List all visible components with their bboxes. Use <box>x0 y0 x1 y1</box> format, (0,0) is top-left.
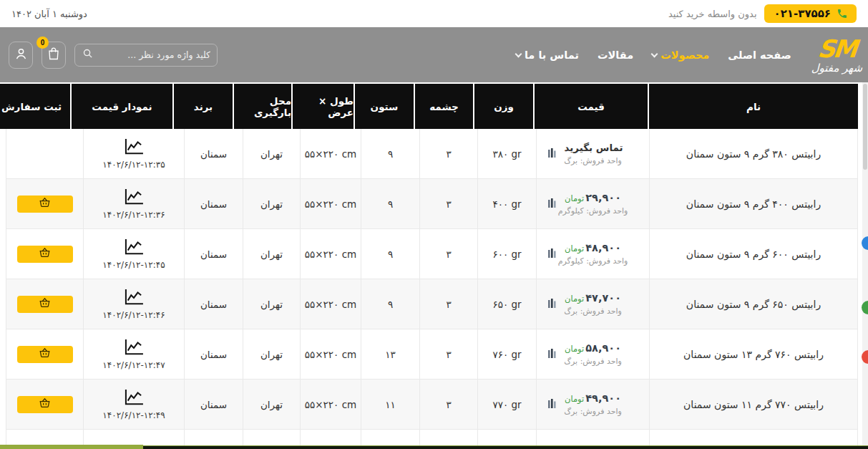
price-chart-cell: ۱۴۰۲/۶/۱۲-۱۲:۴۶ <box>83 279 184 329</box>
search-input[interactable] <box>99 49 210 60</box>
col-header-price-chart: نمودار قیمت <box>72 84 172 129</box>
table-row: رابیتس ۷۶۰ گرم ۱۳ ستون سمنان ۵۸,۹۰۰ توما… <box>6 329 858 380</box>
add-to-cart-button[interactable] <box>17 396 73 413</box>
price-chart-cell: ۱۴۰۲/۶/۱۲-۱۲:۴۹ <box>83 380 184 429</box>
price-cell: تماس بگیرید واحد فروش: برگ <box>536 129 649 178</box>
phone-badge[interactable]: ۰۲۱-۳۷۵۵۶ <box>764 4 857 23</box>
size-value: ۵۵×۲۲۰ cm <box>300 229 361 279</box>
mesh-value: ۳ <box>419 380 477 429</box>
mesh-value: ۳ <box>419 329 477 379</box>
line-chart-icon <box>124 389 144 408</box>
basket-icon <box>39 348 50 360</box>
phone-group: ۰۲۱-۳۷۵۵۶ بدون واسطه خرید کنید <box>668 4 857 23</box>
price-value: ۴۸,۹۰۰ <box>585 242 621 254</box>
bottom-strip-dark <box>143 445 868 449</box>
add-to-cart-button[interactable] <box>17 296 73 313</box>
price-bars-icon[interactable] <box>548 148 556 160</box>
col-header-size: طول × عرض <box>293 84 353 129</box>
product-name: رابیتس ۳۸۰ گرم ۹ ستون سمنان <box>649 129 858 178</box>
scrollbar-thumb[interactable] <box>863 84 867 170</box>
header-left-group: 0 <box>9 42 218 69</box>
price-cell: ۲۹,۹۰۰ تومان واحد فروش: کیلوگرم <box>536 179 649 228</box>
brand-value: سمنان <box>184 229 243 279</box>
weight-value: ۴۰۰ gr <box>477 179 536 228</box>
price-cell: ۴۹,۹۰۰ تومان واحد فروش: برگ <box>536 380 649 429</box>
price-currency: تومان <box>565 344 584 354</box>
table-row: رابیتس ۶۵۰ گرم ۹ ستون سمنان ۴۷,۷۰۰ تومان… <box>6 279 858 329</box>
order-cell <box>6 179 83 228</box>
table-row: رابیتس ۴۰۰ گرم ۹ ستون سمنان ۲۹,۹۰۰ تومان… <box>6 179 858 229</box>
mesh-value: ۳ <box>419 279 477 329</box>
price-cell: ۴۷,۷۰۰ تومان واحد فروش: برگ <box>536 279 649 329</box>
col-header-price: قیمت <box>535 84 648 129</box>
nav-item-contact[interactable]: تماس با ما <box>516 49 579 61</box>
add-to-cart-button[interactable] <box>17 346 73 363</box>
bottom-strip <box>0 445 868 449</box>
loading-place-value: تهران <box>243 380 300 429</box>
col-header-name: نام <box>649 84 858 129</box>
price-bars-icon[interactable] <box>548 349 556 360</box>
price-chart-link[interactable]: ۱۴۰۲/۶/۱۲-۱۲:۳۵ <box>102 138 165 170</box>
price-chart-date: ۱۴۰۲/۶/۱۲-۱۲:۴۹ <box>102 410 165 420</box>
account-button[interactable] <box>9 42 33 69</box>
loading-place-value: تهران <box>243 229 300 279</box>
line-chart-icon <box>124 289 144 308</box>
add-to-cart-button[interactable] <box>17 195 73 213</box>
price-value: ۴۷,۷۰۰ <box>585 292 621 304</box>
main-nav: صفحه اصلی محصولات مقالات تماس با ما <box>516 49 791 61</box>
price-currency: تومان <box>565 294 584 304</box>
logo-name: شهر مفتول <box>811 62 862 74</box>
add-to-cart-button[interactable] <box>17 246 73 263</box>
col-header-order: ثبت سفارش <box>0 84 70 129</box>
brand-value: سمنان <box>184 279 243 329</box>
nav-item-home[interactable]: صفحه اصلی <box>728 49 791 61</box>
shopping-bag-icon <box>47 47 60 63</box>
basket-icon <box>39 398 50 410</box>
basket-icon <box>39 248 50 260</box>
brand-value: سمنان <box>184 380 243 429</box>
columns-value: ۱۳ <box>361 329 419 379</box>
line-chart-icon <box>124 138 144 158</box>
loading-place-value: تهران <box>243 129 300 178</box>
vertical-scrollbar[interactable] <box>862 82 868 449</box>
brand-value: سمنان <box>184 179 243 228</box>
size-value: ۵۵×۲۲۰ cm <box>300 380 361 429</box>
price-chart-link[interactable]: ۱۴۰۲/۶/۱۲-۱۲:۴۹ <box>102 389 165 420</box>
weight-value: ۶۵۰ gr <box>477 279 536 329</box>
mesh-value: ۳ <box>419 229 477 279</box>
nav-item-articles[interactable]: مقالات <box>598 49 633 61</box>
price-currency: تومان <box>565 193 584 203</box>
weight-value: ۷۷۰ gr <box>477 380 536 429</box>
price-chart-cell: ۱۴۰۲/۶/۱۲-۱۲:۴۵ <box>83 229 184 279</box>
col-header-mesh: چشمه <box>415 84 473 129</box>
price-value: ۵۸,۹۰۰ <box>585 342 621 354</box>
price-bars-icon[interactable] <box>548 299 556 310</box>
price-value: ۲۹,۹۰۰ <box>585 192 621 203</box>
price-chart-link[interactable]: ۱۴۰۲/۶/۱۲-۱۲:۴۷ <box>102 339 165 370</box>
nav-item-products[interactable]: محصولات <box>652 49 709 61</box>
price-bars-icon[interactable] <box>548 248 556 260</box>
loading-place-value: تهران <box>243 179 300 228</box>
price-chart-link[interactable]: ۱۴۰۲/۶/۱۲-۱۲:۴۵ <box>102 238 165 270</box>
price-bars-icon[interactable] <box>548 399 556 410</box>
price-chart-link[interactable]: ۱۴۰۲/۶/۱۲-۱۲:۳۶ <box>102 188 165 220</box>
order-cell <box>6 229 83 279</box>
sale-unit: واحد فروش: برگ <box>564 357 622 366</box>
cart-button[interactable]: 0 <box>42 42 66 69</box>
columns-value: ۹ <box>361 179 419 228</box>
price-chart-date: ۱۴۰۲/۶/۱۲-۱۲:۴۵ <box>102 260 165 270</box>
site-logo[interactable]: SM شهر مفتول <box>811 37 862 74</box>
chevron-down-icon <box>515 50 522 57</box>
columns-value: ۱۱ <box>361 380 419 429</box>
cart-count-badge: 0 <box>36 37 49 49</box>
size-value: ۵۵×۲۲۰ cm <box>300 279 361 329</box>
sale-unit: واحد فروش: برگ <box>564 156 622 165</box>
price-chart-link[interactable]: ۱۴۰۲/۶/۱۲-۱۲:۴۶ <box>102 289 165 320</box>
col-header-weight: وزن <box>474 84 533 129</box>
search-box[interactable] <box>74 44 218 67</box>
product-name: رابیتس ۷۶۰ گرم ۱۳ ستون سمنان <box>649 329 858 379</box>
price-bars-icon[interactable] <box>548 198 556 210</box>
columns-value: ۹ <box>361 279 419 329</box>
order-cell <box>6 380 83 429</box>
current-date: دوشنبه ۱ آبان ۱۴۰۲ <box>11 9 87 19</box>
